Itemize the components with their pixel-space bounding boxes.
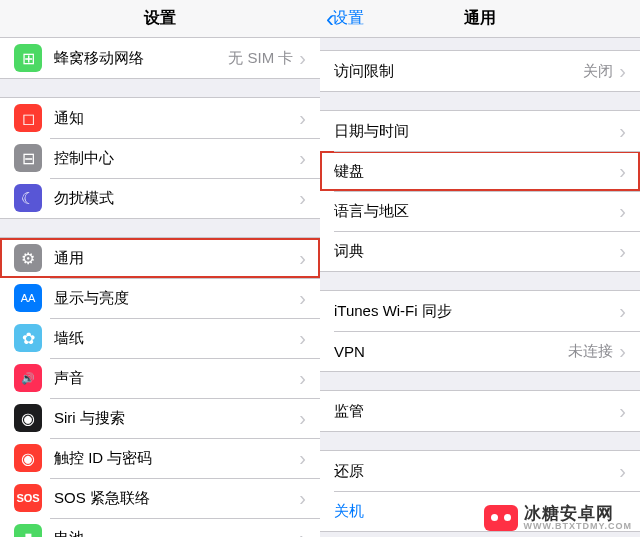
settings-screen: 设置 ⊞蜂窝移动网络无 SIM 卡›◻通知›⊟控制中心›☾勿扰模式›⚙通用›AA… (0, 0, 320, 537)
display-brightness-icon: AA (14, 284, 42, 312)
row-label: iTunes Wi-Fi 同步 (334, 302, 619, 321)
chevron-right-icon: › (619, 121, 626, 141)
row-do-not-disturb[interactable]: ☾勿扰模式› (0, 178, 320, 218)
chevron-right-icon: › (299, 528, 306, 537)
row-language-region[interactable]: 语言与地区› (320, 191, 640, 231)
chevron-right-icon: › (299, 408, 306, 428)
chevron-right-icon: › (619, 201, 626, 221)
row-date-time[interactable]: 日期与时间› (320, 111, 640, 151)
group: ⊞蜂窝移动网络无 SIM 卡› (0, 38, 320, 79)
nav-title: 通用 (464, 8, 496, 29)
settings-content[interactable]: ⊞蜂窝移动网络无 SIM 卡›◻通知›⊟控制中心›☾勿扰模式›⚙通用›AA显示与… (0, 38, 320, 537)
watermark-text-en: WWW.BTXTDMY.COM (524, 522, 633, 531)
row-label: 日期与时间 (334, 122, 619, 141)
row-label: 勿扰模式 (54, 189, 299, 208)
row-label: 触控 ID 与密码 (54, 449, 299, 468)
row-display-brightness[interactable]: AA显示与亮度› (0, 278, 320, 318)
row-siri-search[interactable]: ◉Siri 与搜索› (0, 398, 320, 438)
chevron-right-icon: › (299, 488, 306, 508)
battery-icon: ▮ (14, 524, 42, 537)
back-button[interactable]: ‹ 设置 (326, 7, 364, 31)
row-label: 词典 (334, 242, 619, 261)
row-touchid-passcode[interactable]: ◉触控 ID 与密码› (0, 438, 320, 478)
row-label: 显示与亮度 (54, 289, 299, 308)
row-restrictions[interactable]: 访问限制关闭› (320, 51, 640, 91)
chevron-right-icon: › (299, 248, 306, 268)
row-label: 通用 (54, 249, 299, 268)
chevron-right-icon: › (299, 368, 306, 388)
back-label: 设置 (332, 8, 364, 29)
chevron-right-icon: › (619, 401, 626, 421)
nav-bar: 设置 (0, 0, 320, 38)
row-label: 监管 (334, 402, 619, 421)
group: 监管› (320, 390, 640, 432)
chevron-right-icon: › (619, 161, 626, 181)
do-not-disturb-icon: ☾ (14, 184, 42, 212)
row-itunes-wifi-sync[interactable]: iTunes Wi-Fi 同步› (320, 291, 640, 331)
row-vpn[interactable]: VPN未连接› (320, 331, 640, 371)
row-label: 声音 (54, 369, 299, 388)
chevron-right-icon: › (299, 188, 306, 208)
row-label: SOS 紧急联络 (54, 489, 299, 508)
row-label: 蜂窝移动网络 (54, 49, 228, 68)
row-value: 无 SIM 卡 (228, 49, 293, 68)
chevron-right-icon: › (299, 48, 306, 68)
chevron-right-icon: › (299, 448, 306, 468)
sound-icon: 🔊 (14, 364, 42, 392)
group: 访问限制关闭› (320, 50, 640, 92)
siri-search-icon: ◉ (14, 404, 42, 432)
row-value: 未连接 (568, 342, 613, 361)
row-label: 还原 (334, 462, 619, 481)
row-label: 键盘 (334, 162, 619, 181)
row-profiles[interactable]: 监管› (320, 391, 640, 431)
row-label: 语言与地区 (334, 202, 619, 221)
row-reset[interactable]: 还原› (320, 451, 640, 491)
cellular-icon: ⊞ (14, 44, 42, 72)
sos-icon: SOS (14, 484, 42, 512)
control-center-icon: ⊟ (14, 144, 42, 172)
watermark-logo-icon (484, 505, 518, 531)
touchid-passcode-icon: ◉ (14, 444, 42, 472)
general-content[interactable]: 访问限制关闭›日期与时间›键盘›语言与地区›词典›iTunes Wi-Fi 同步… (320, 38, 640, 537)
row-keyboard[interactable]: 键盘› (320, 151, 640, 191)
row-wallpaper[interactable]: ✿墙纸› (0, 318, 320, 358)
chevron-right-icon: › (619, 461, 626, 481)
chevron-right-icon: › (299, 328, 306, 348)
group: 日期与时间›键盘›语言与地区›词典› (320, 110, 640, 272)
row-label: 控制中心 (54, 149, 299, 168)
general-icon: ⚙ (14, 244, 42, 272)
nav-bar: ‹ 设置 通用 (320, 0, 640, 38)
chevron-right-icon: › (299, 288, 306, 308)
row-dictionary[interactable]: 词典› (320, 231, 640, 271)
general-screen: ‹ 设置 通用 访问限制关闭›日期与时间›键盘›语言与地区›词典›iTunes … (320, 0, 640, 537)
watermark: 冰糖安卓网 WWW.BTXTDMY.COM (484, 505, 633, 531)
group: ⚙通用›AA显示与亮度›✿墙纸›🔊声音›◉Siri 与搜索›◉触控 ID 与密码… (0, 237, 320, 537)
row-label: VPN (334, 343, 568, 360)
row-label: Siri 与搜索 (54, 409, 299, 428)
chevron-right-icon: › (619, 341, 626, 361)
chevron-right-icon: › (619, 61, 626, 81)
chevron-right-icon: › (299, 108, 306, 128)
notifications-icon: ◻ (14, 104, 42, 132)
row-sound[interactable]: 🔊声音› (0, 358, 320, 398)
chevron-right-icon: › (619, 301, 626, 321)
row-label: 墙纸 (54, 329, 299, 348)
row-label: 通知 (54, 109, 299, 128)
group: ◻通知›⊟控制中心›☾勿扰模式› (0, 97, 320, 219)
row-general[interactable]: ⚙通用› (0, 238, 320, 278)
group: iTunes Wi-Fi 同步›VPN未连接› (320, 290, 640, 372)
row-cellular[interactable]: ⊞蜂窝移动网络无 SIM 卡› (0, 38, 320, 78)
watermark-text-cn: 冰糖安卓网 (524, 505, 633, 522)
row-label: 访问限制 (334, 62, 583, 81)
chevron-right-icon: › (299, 148, 306, 168)
chevron-right-icon: › (619, 241, 626, 261)
wallpaper-icon: ✿ (14, 324, 42, 352)
row-battery[interactable]: ▮电池› (0, 518, 320, 537)
row-notifications[interactable]: ◻通知› (0, 98, 320, 138)
row-label: 电池 (54, 529, 299, 538)
row-value: 关闭 (583, 62, 613, 81)
row-sos[interactable]: SOSSOS 紧急联络› (0, 478, 320, 518)
row-control-center[interactable]: ⊟控制中心› (0, 138, 320, 178)
nav-title: 设置 (144, 8, 176, 29)
